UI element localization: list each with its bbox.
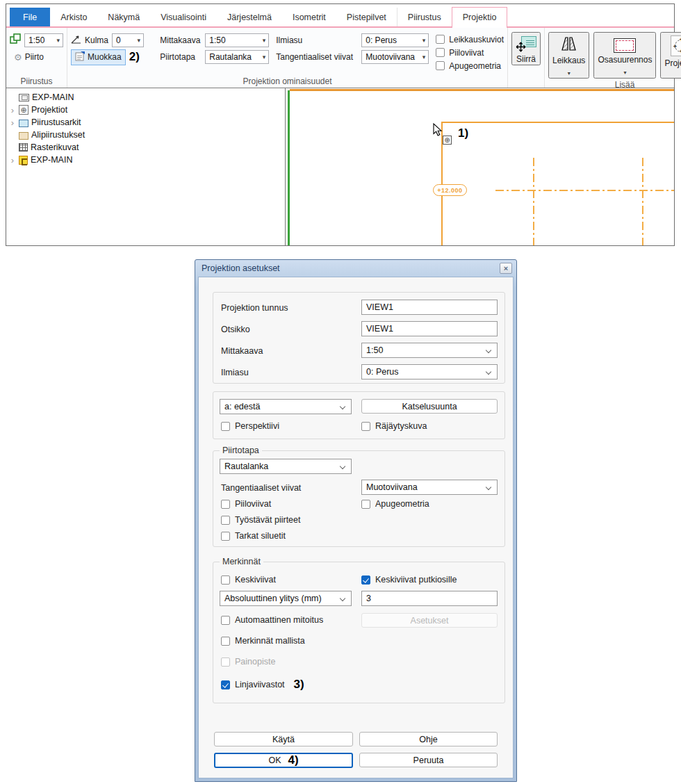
model-yellow-icon <box>19 156 28 165</box>
close-icon[interactable] <box>500 263 512 274</box>
peruuta-button[interactable]: Peruuta <box>359 753 498 767</box>
mittakaava-combobox[interactable]: 1:50 <box>205 33 269 47</box>
centerline-vertical-2 <box>642 158 643 245</box>
osasuurennos-button[interactable]: Osasuurennos <box>593 32 656 79</box>
centerline-horizontal <box>495 190 674 191</box>
dropdown-caret-icon[interactable] <box>568 67 571 77</box>
checkbox-box[interactable] <box>221 500 230 509</box>
automaattinen-mitoitus-checkbox[interactable]: Automaattinen mitoitus <box>221 615 323 625</box>
tab-piirustus[interactable]: Piirustus <box>397 8 452 26</box>
ribbon-group-siirra: Siirrä <box>508 28 545 88</box>
tab-visualisointi[interactable]: Visualisointi <box>150 8 217 26</box>
ribbon-group-lisaa: Leikkaus Osasuurennos Pr <box>545 28 681 88</box>
checkbox-box[interactable] <box>436 48 445 57</box>
piirtotapa-group-label: Piirtotapa <box>220 446 262 455</box>
checkbox-box-checked[interactable] <box>221 680 230 689</box>
window-icon <box>19 94 29 101</box>
tab-pistepilvet[interactable]: Pistepilvet <box>336 8 397 26</box>
projection-cursor-badge-icon <box>443 136 452 145</box>
keskiviivat-checkbox[interactable]: Keskiviivat <box>221 575 276 585</box>
tab-arkisto[interactable]: Arkisto <box>50 8 97 26</box>
leikkauskuviot-checkbox[interactable]: Leikkauskuviot <box>436 33 504 46</box>
drawing-canvas[interactable]: +12.000 1) <box>286 88 674 245</box>
ylitys-select[interactable]: Absoluuttinen ylitys (mm) <box>220 591 352 606</box>
tab-nakyma[interactable]: Näkymä <box>97 8 150 26</box>
annotation-1: 1) <box>458 126 468 140</box>
piirto-button[interactable]: ⚙ Piirto <box>10 50 48 64</box>
piiloviivat-checkbox-ribbon[interactable]: Piiloviivat <box>436 46 504 59</box>
tab-projektio-active[interactable]: Projektio <box>452 7 508 28</box>
tab-jarjestelma[interactable]: Järjestelmä <box>217 8 282 26</box>
tarkat-siluetit-checkbox[interactable]: Tarkat siluetit <box>221 531 286 541</box>
kayta-button[interactable]: Käytä <box>214 732 353 746</box>
perspektiivi-checkbox[interactable]: Perspektiivi <box>221 421 279 431</box>
apugeometria-checkbox[interactable]: Apugeometria <box>361 499 429 509</box>
piirtotapa-select[interactable]: Rautalanka <box>220 459 352 474</box>
ok-button[interactable]: OK 4) <box>214 753 353 768</box>
kulma-combobox[interactable]: 0 <box>112 33 144 47</box>
mittakaava-select[interactable]: 1:50 <box>361 343 498 358</box>
annotation-4: 4) <box>288 753 298 767</box>
linjaviivastot-checkbox[interactable]: Linjaviivastot 3) <box>221 678 304 692</box>
piirtotapa-combobox[interactable]: Rautalanka <box>205 50 269 64</box>
tree-item-piirustusarkit[interactable]: Piirustusarkit <box>6 116 285 129</box>
projektion-asetukset-dialog: Projektion asetukset Projektion tunnus O… <box>195 259 517 782</box>
dialog-body: Projektion tunnus Otsikko Mittakaava 1:5… <box>198 277 514 778</box>
checkbox-box[interactable] <box>221 637 230 646</box>
drawing-scale-combobox[interactable]: 1:50 <box>24 33 63 47</box>
mittakaava-dialog-label: Mittakaava <box>221 346 263 356</box>
group-label-piirustus: Piirustus <box>10 75 63 87</box>
annotation-2: 2) <box>129 50 140 64</box>
merkinnat-mallista-checkbox[interactable]: Merkinnät mallista <box>221 636 305 646</box>
elevation-label: +12.000 <box>433 184 467 196</box>
ilmiasu-combobox[interactable]: 0: Perus <box>361 33 429 47</box>
piirtotapa-groupbox: Piirtotapa Rautalanka Tangentiaaliset vi… <box>213 450 505 547</box>
ilmiasu-dialog-label: Ilmiasu <box>221 368 249 377</box>
otsikko-input[interactable] <box>361 321 498 336</box>
tab-file[interactable]: File <box>10 8 50 26</box>
chevron-right-icon[interactable] <box>9 106 16 115</box>
tangentiaaliset-dialog-label: Tangentiaaliset viivat <box>221 483 301 493</box>
chevron-right-icon[interactable] <box>9 156 16 165</box>
checkbox-box[interactable] <box>221 516 230 525</box>
tangentiaaliset-label: Tangentiaaliset viivat <box>276 52 358 62</box>
piiloviivat-checkbox[interactable]: Piiloviivat <box>221 499 271 509</box>
tree-item-exp-main-model[interactable]: EXP-MAIN <box>6 154 285 166</box>
tree-item-rasterikuvat[interactable]: Rasterikuvat <box>6 141 285 154</box>
tunnus-input[interactable] <box>361 300 498 315</box>
checkbox-box[interactable] <box>436 61 445 70</box>
dropdown-caret-icon[interactable] <box>623 67 626 76</box>
ilmiasu-select[interactable]: 0: Perus <box>361 364 498 379</box>
tyostavat-piirteet-checkbox[interactable]: Työstävät piirteet <box>221 515 301 525</box>
checkbox-box-checked[interactable] <box>361 575 370 585</box>
rajaytyskuva-checkbox[interactable]: Räjäytyskuva <box>361 421 427 431</box>
dialog-title-bar[interactable]: Projektion asetukset <box>195 260 516 277</box>
tangentiaaliset-select[interactable]: Muotoviivana <box>361 480 498 495</box>
ohje-button[interactable]: Ohje <box>359 732 498 746</box>
katselusuunta-button[interactable]: Katselusuunta <box>361 399 498 414</box>
tunnus-label: Projektion tunnus <box>221 303 288 313</box>
apugeometria-checkbox-ribbon[interactable]: Apugeometria <box>436 59 504 72</box>
tree-item-exp-main[interactable]: EXP-MAIN <box>6 91 285 104</box>
view-direction-select[interactable]: a: edestä <box>220 399 352 414</box>
checkbox-box[interactable] <box>221 616 230 625</box>
ylitys-value-input[interactable] <box>361 591 498 606</box>
checkbox-box[interactable] <box>221 575 230 585</box>
projektio-button[interactable]: Projektio <box>660 32 681 79</box>
checkbox-box[interactable] <box>361 422 370 431</box>
checkbox-box[interactable] <box>361 500 370 509</box>
keskiviivat-putkiosille-checkbox[interactable]: Keskiviivat putkiosille <box>361 575 457 585</box>
tangentiaaliset-combobox[interactable]: Muotoviivana <box>361 50 429 64</box>
chevron-down-icon <box>340 404 345 409</box>
checkbox-box[interactable] <box>221 532 230 541</box>
tab-isometrit[interactable]: Isometrit <box>282 8 336 26</box>
chevron-right-icon[interactable] <box>9 118 16 127</box>
tree-item-projektiot[interactable]: Projektiot <box>6 104 285 116</box>
checkbox-box[interactable] <box>221 422 230 431</box>
tree-item-alipiirustukset[interactable]: Alipiirustukset <box>6 129 285 141</box>
ilmiasu-label: Ilmiasu <box>276 35 358 45</box>
checkbox-box[interactable] <box>436 35 445 44</box>
leikkaus-button[interactable]: Leikkaus <box>548 32 589 79</box>
siirra-button[interactable]: Siirrä <box>511 32 541 65</box>
muokkaa-button[interactable]: Muokkaa <box>71 49 126 65</box>
